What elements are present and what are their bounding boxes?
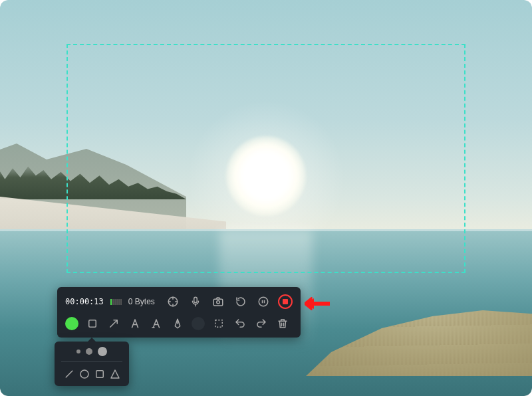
triangle-shape[interactable] <box>108 367 122 381</box>
square-shape[interactable] <box>93 367 106 381</box>
microphone-button[interactable] <box>188 294 203 310</box>
svg-rect-2 <box>213 299 223 306</box>
file-size-label: 0 Bytes <box>128 297 155 306</box>
svg-rect-1 <box>194 297 198 302</box>
pause-button[interactable] <box>255 294 271 310</box>
svg-rect-7 <box>89 320 96 328</box>
highlighter-tool[interactable] <box>149 316 164 331</box>
redo-button[interactable] <box>254 316 269 331</box>
recorder-toolbar: 00:00:13 0 Bytes <box>57 287 301 338</box>
undo-button[interactable] <box>233 316 247 331</box>
svg-line-12 <box>65 371 72 378</box>
stroke-size-large[interactable] <box>98 347 107 356</box>
cursor-highlight-button[interactable] <box>165 294 181 310</box>
stroke-size-row <box>61 347 122 362</box>
line-shape[interactable] <box>63 367 76 381</box>
toolbar-row-annotate <box>65 316 293 331</box>
crop-tool[interactable] <box>211 316 226 331</box>
reset-button[interactable] <box>233 294 249 310</box>
delete-button[interactable] <box>275 316 290 331</box>
recording-timer: 00:00:13 <box>65 297 104 306</box>
svg-point-3 <box>217 301 220 304</box>
stroke-size-medium[interactable] <box>86 348 92 355</box>
circle-shape[interactable] <box>78 367 91 381</box>
sun <box>226 136 306 216</box>
color-picker-green[interactable] <box>65 317 78 330</box>
pen-tool[interactable] <box>170 316 185 331</box>
screenshot-button[interactable] <box>210 294 226 310</box>
audio-level-meter <box>110 298 122 306</box>
shape-row <box>61 367 122 381</box>
shape-options-panel <box>55 342 129 386</box>
rectangle-tool[interactable] <box>85 316 100 331</box>
text-tool[interactable] <box>128 316 142 331</box>
toolbar-row-controls: 00:00:13 0 Bytes <box>65 294 293 310</box>
stroke-size-small[interactable] <box>76 349 80 353</box>
arrow-tool[interactable] <box>106 316 121 331</box>
stop-callout-arrow <box>305 297 330 310</box>
svg-point-4 <box>259 297 268 306</box>
svg-rect-9 <box>215 320 223 328</box>
stop-button[interactable] <box>278 294 293 309</box>
svg-point-13 <box>80 370 88 378</box>
color-picker-dark[interactable] <box>192 317 205 330</box>
svg-rect-14 <box>96 371 103 378</box>
